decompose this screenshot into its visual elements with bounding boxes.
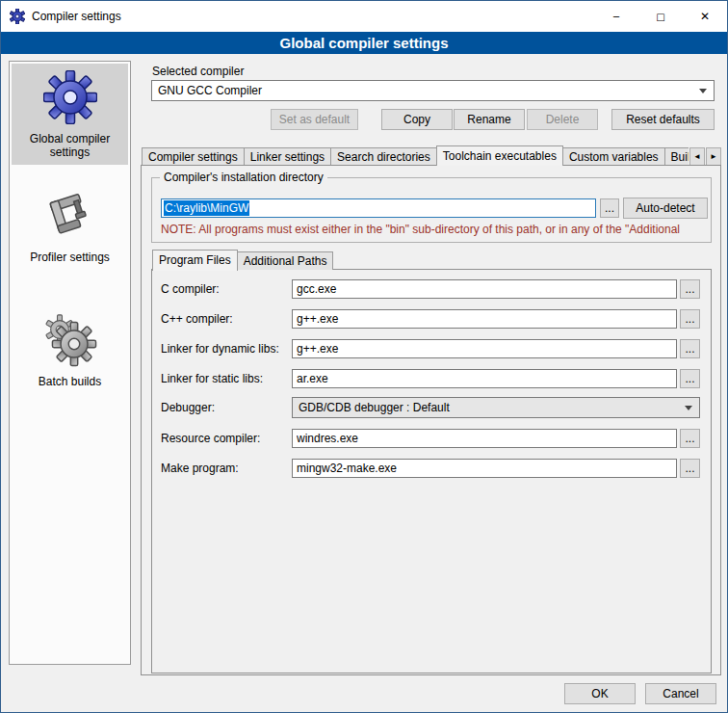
make-program-label: Make program: <box>161 462 292 475</box>
tab-scroll-arrows: ◄ ► <box>689 147 721 166</box>
form-row-c-compiler: C compiler: ... <box>161 278 700 300</box>
linker-static-browse-button[interactable]: ... <box>680 369 700 388</box>
linker-dynamic-input[interactable] <box>292 339 677 358</box>
close-button[interactable]: ✕ <box>683 1 727 32</box>
sidebar-item-label: Batch builds <box>39 375 101 388</box>
c-compiler-input[interactable] <box>292 279 677 299</box>
dialog-header: Global compiler settings <box>1 32 727 54</box>
c-compiler-label: C compiler: <box>161 282 292 296</box>
debugger-label: Debugger: <box>161 401 292 414</box>
program-files-tabstrip: Program Files Additional Paths <box>152 249 332 270</box>
resource-compiler-input[interactable] <box>292 429 677 448</box>
tab-compiler-settings[interactable]: Compiler settings <box>142 147 245 166</box>
tab-build-options-truncated[interactable]: Buil <box>664 147 689 166</box>
set-as-default-button[interactable]: Set as default <box>271 109 358 130</box>
chevron-down-icon <box>699 89 707 93</box>
selected-compiler-combobox[interactable]: GNU GCC Compiler <box>151 80 715 101</box>
cancel-button[interactable]: Cancel <box>645 683 716 704</box>
ok-button[interactable]: OK <box>564 683 636 704</box>
linker-dynamic-browse-button[interactable]: ... <box>680 339 700 358</box>
sidebar-item-label: Global compiler settings <box>13 132 126 159</box>
form-row-linker-static: Linker for static libs: ... <box>161 368 700 389</box>
caption-buttons: ─ □ ✕ <box>594 1 727 32</box>
app-gear-icon <box>10 9 25 24</box>
linker-static-input[interactable] <box>292 369 677 388</box>
resource-compiler-label: Resource compiler: <box>161 432 292 445</box>
installation-directory-input[interactable]: C:\raylib\MinGW <box>161 198 596 218</box>
linker-dynamic-label: Linker for dynamic libs: <box>161 342 292 356</box>
bin-subdirectory-note: NOTE: All programs must exist either in … <box>161 223 715 236</box>
cpp-compiler-label: C++ compiler: <box>161 312 292 326</box>
selected-compiler-value: GNU GCC Compiler <box>158 84 262 97</box>
tab-search-directories[interactable]: Search directories <box>330 147 437 166</box>
installation-directory-browse-button[interactable]: ... <box>600 198 619 218</box>
subtab-additional-paths[interactable]: Additional Paths <box>237 251 334 270</box>
tab-custom-variables[interactable]: Custom variables <box>562 147 665 166</box>
form-row-cpp-compiler: C++ compiler: ... <box>161 308 700 330</box>
sidebar-item-global-compiler-settings[interactable]: Global compiler settings <box>12 64 128 165</box>
tab-linker-settings[interactable]: Linker settings <box>244 147 331 166</box>
tab-scroll-left-icon[interactable]: ◄ <box>689 147 705 166</box>
compiler-settings-dialog: Compiler settings ─ □ ✕ Global compiler … <box>0 0 728 713</box>
subtab-program-files[interactable]: Program Files <box>152 250 238 271</box>
installation-directory-selected-text: C:\raylib\MinGW <box>164 200 249 216</box>
blue-gear-icon <box>43 70 97 127</box>
reset-defaults-button[interactable]: Reset defaults <box>611 109 715 130</box>
form-row-make-program: Make program: ... <box>161 458 700 479</box>
tab-scroll-right-icon[interactable]: ► <box>706 147 721 166</box>
form-row-linker-dynamic: Linker for dynamic libs: ... <box>161 338 700 359</box>
cpp-compiler-input[interactable] <box>292 309 677 329</box>
make-program-input[interactable] <box>292 459 677 478</box>
maximize-button[interactable]: □ <box>638 1 683 32</box>
linker-static-label: Linker for static libs: <box>161 372 292 385</box>
installation-directory-group-title: Compiler's installation directory <box>160 171 327 184</box>
chevron-down-icon <box>685 406 692 410</box>
window-title: Compiler settings <box>32 10 121 23</box>
copy-button[interactable]: Copy <box>381 109 453 130</box>
debugger-value: GDB/CDB debugger : Default <box>299 401 450 414</box>
auto-detect-button[interactable]: Auto-detect <box>623 198 708 219</box>
c-compiler-browse-button[interactable]: ... <box>680 279 700 299</box>
rename-button[interactable]: Rename <box>454 109 525 130</box>
sidebar-item-profiler-settings[interactable]: Profiler settings <box>12 182 128 270</box>
resource-compiler-browse-button[interactable]: ... <box>680 429 700 448</box>
cpp-compiler-browse-button[interactable]: ... <box>680 309 700 329</box>
delete-button[interactable]: Delete <box>527 109 598 130</box>
sidebar-item-label: Profiler settings <box>30 251 110 264</box>
settings-tabstrip: Compiler settings Linker settings Search… <box>142 145 721 166</box>
make-program-browse-button[interactable]: ... <box>680 459 700 478</box>
form-row-resource-compiler: Resource compiler: ... <box>161 428 700 449</box>
settings-sidebar: Global compiler settings Profiler settin… <box>9 61 131 665</box>
profiler-clamp-icon <box>43 189 97 246</box>
sidebar-item-batch-builds[interactable]: Batch builds <box>12 306 128 394</box>
tabs-scroller: Compiler settings Linker settings Search… <box>142 145 689 166</box>
minimize-button[interactable]: ─ <box>594 1 638 32</box>
gray-gears-icon <box>43 313 97 370</box>
titlebar[interactable]: Compiler settings ─ □ ✕ <box>1 1 727 32</box>
selected-compiler-label: Selected compiler <box>152 65 244 78</box>
form-row-debugger: Debugger: GDB/CDB debugger : Default <box>161 397 700 418</box>
tab-toolchain-executables[interactable]: Toolchain executables <box>436 145 563 166</box>
debugger-combobox[interactable]: GDB/CDB debugger : Default <box>292 397 700 418</box>
dialog-header-title: Global compiler settings <box>279 35 448 51</box>
